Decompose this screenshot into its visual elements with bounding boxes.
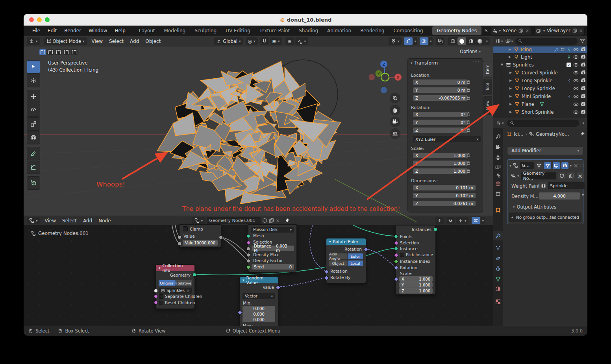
min-z-field[interactable]: 0.000 bbox=[243, 317, 275, 322]
socket-value-in[interactable] bbox=[178, 235, 181, 239]
object-button[interactable]: Object bbox=[329, 261, 347, 266]
dimensions-z-field[interactable]: Z0.0261 m bbox=[413, 201, 476, 206]
socket-instance-in[interactable] bbox=[394, 247, 398, 251]
expand-icon[interactable]: ▶ bbox=[509, 79, 513, 82]
rotation-mode-dropdown[interactable]: XYZ Euler▾ bbox=[413, 136, 481, 142]
expand-icon[interactable]: ▶ bbox=[509, 87, 513, 90]
hide-eye-icon[interactable] bbox=[573, 70, 579, 76]
viewport-options-dropdown[interactable]: Options▾ bbox=[460, 49, 481, 54]
rotation-y-field[interactable]: Y0° bbox=[413, 120, 468, 125]
collection-field[interactable]: Sprinkles× bbox=[159, 288, 192, 294]
render-visibility-icon[interactable] bbox=[581, 102, 586, 107]
distance-min-field[interactable]: Distance Mi0.003 m bbox=[252, 246, 294, 251]
outliner-row-icing[interactable]: ▶ Icing bbox=[493, 46, 587, 53]
scale-x-field[interactable]: X1.000 bbox=[413, 153, 468, 158]
node-rotate-euler[interactable]: ▾Rotate Euler Rotation Axis Angle Euler … bbox=[326, 238, 366, 283]
socket-geometry-out[interactable] bbox=[193, 273, 196, 277]
tool-select-box-button[interactable] bbox=[27, 60, 40, 74]
socket-distance-in[interactable] bbox=[246, 247, 250, 251]
expand-icon[interactable]: ▶ bbox=[509, 94, 513, 98]
instance-scale-y[interactable]: Y1.000 bbox=[399, 282, 433, 288]
lock-icon[interactable] bbox=[466, 87, 471, 92]
tool-move-button[interactable] bbox=[27, 90, 40, 103]
tool-measure-button[interactable] bbox=[27, 161, 40, 174]
socket-instances-out[interactable] bbox=[433, 227, 437, 231]
lock-icon[interactable] bbox=[466, 153, 471, 157]
render-visibility-icon[interactable] bbox=[581, 86, 586, 91]
render-visibility-icon[interactable] bbox=[581, 54, 586, 59]
tool-transform-button[interactable] bbox=[27, 131, 40, 144]
tool-cursor-button[interactable] bbox=[27, 74, 40, 87]
socket-seed-in[interactable] bbox=[246, 265, 250, 269]
lock-icon[interactable] bbox=[466, 79, 471, 84]
socket-reset-children-in[interactable] bbox=[154, 301, 158, 305]
min-x-field[interactable]: 0.000 bbox=[243, 306, 275, 311]
socket-density-factor-in[interactable] bbox=[246, 259, 250, 263]
hide-eye-icon[interactable] bbox=[573, 102, 579, 107]
filter-icon[interactable] bbox=[580, 39, 585, 44]
select-mode-invert[interactable] bbox=[63, 49, 70, 55]
expand-icon[interactable]: ▶ bbox=[509, 110, 513, 114]
viewport-camera-button[interactable] bbox=[390, 116, 400, 127]
socket-collection-in[interactable] bbox=[154, 289, 158, 293]
outliner-row-sprinkles[interactable]: ▼ Sprinkles ✓ bbox=[493, 61, 587, 68]
render-visibility-icon[interactable] bbox=[581, 94, 586, 99]
outliner-row-short-sprinkle[interactable]: ▶ Short Sprinkle bbox=[493, 108, 587, 116]
location-z-field[interactable]: Z-0.007965 m bbox=[413, 95, 468, 101]
value-field[interactable]: Valu10000.000 bbox=[183, 240, 218, 246]
sidebar-tab-item[interactable]: Item bbox=[483, 61, 492, 78]
expand-icon[interactable]: ▶ bbox=[508, 55, 512, 59]
expand-icon[interactable]: ▶ bbox=[509, 102, 513, 106]
instance-scale-z[interactable]: Z1.000 bbox=[399, 288, 433, 294]
collapse-icon[interactable]: ▼ bbox=[500, 63, 504, 67]
scale-z-field[interactable]: Z1.000 bbox=[413, 168, 468, 174]
socket-density-max-in[interactable] bbox=[246, 253, 250, 257]
hide-eye-icon[interactable] bbox=[573, 54, 579, 60]
outliner-search[interactable] bbox=[515, 38, 578, 45]
axis-angle-button[interactable]: Axis Angle bbox=[329, 253, 347, 259]
node-instance-on-points[interactable]: Instances Points Selection Instance Pick… bbox=[396, 225, 436, 295]
select-mode-new[interactable] bbox=[39, 49, 46, 55]
random-type-dropdown[interactable]: Vector▾ bbox=[243, 293, 275, 299]
tool-scale-button[interactable] bbox=[27, 117, 40, 131]
tool-annotate-button[interactable] bbox=[27, 147, 40, 160]
rotation-x-field[interactable]: X0° bbox=[413, 112, 468, 117]
select-mode-extend[interactable] bbox=[47, 49, 54, 55]
outliner-row-curved-sprinkle[interactable]: ▶ Curved Sprinkle bbox=[493, 69, 587, 76]
clamp-checkbox[interactable] bbox=[183, 226, 188, 231]
relative-button[interactable]: Relative bbox=[176, 280, 192, 286]
separate-children-checkbox[interactable] bbox=[159, 294, 163, 299]
render-visibility-icon[interactable] bbox=[581, 109, 586, 115]
render-visibility-icon[interactable] bbox=[581, 47, 586, 52]
outliner-row-plane[interactable]: ▶ Plane bbox=[493, 100, 587, 108]
hide-eye-icon[interactable] bbox=[573, 62, 579, 68]
collection-checkbox[interactable]: ✓ bbox=[567, 63, 571, 67]
socket-points-in[interactable] bbox=[394, 235, 398, 238]
original-button[interactable]: Original bbox=[159, 280, 176, 286]
expand-icon[interactable]: ▶ bbox=[508, 48, 512, 51]
render-visibility-icon[interactable] bbox=[581, 70, 586, 75]
lock-icon[interactable] bbox=[466, 161, 471, 165]
render-visibility-icon[interactable] bbox=[581, 78, 586, 83]
distribute-mode-dropdown[interactable]: Poisson Disk▾ bbox=[251, 227, 294, 233]
lock-icon[interactable] bbox=[466, 112, 471, 116]
render-visibility-icon[interactable] bbox=[581, 62, 586, 67]
location-y-field[interactable]: Y0 m bbox=[413, 87, 468, 93]
euler-button[interactable]: Euler bbox=[348, 253, 363, 259]
viewport-zoom-button[interactable] bbox=[390, 93, 400, 103]
lock-icon[interactable] bbox=[466, 168, 471, 173]
navigation-gizmo[interactable]: Y Z X bbox=[369, 60, 405, 96]
outliner-display-mode[interactable]: ▾ bbox=[505, 39, 513, 44]
outliner-type-button[interactable]: ▾ bbox=[495, 39, 503, 44]
node-random-value[interactable]: ▾Random Value Value Vector▾ Min: 0.000 0… bbox=[239, 277, 278, 327]
node-distribute-points[interactable]: Poisson Disk▾ Mesh Selection Distance Mi… bbox=[248, 224, 297, 272]
outliner-row-loopy-sprinkle[interactable]: ▶ Loopy Sprinkle bbox=[493, 85, 587, 92]
dimensions-y-field[interactable]: Y0.102 m bbox=[413, 193, 476, 198]
socket-mesh-in[interactable] bbox=[246, 234, 250, 238]
outliner-row-light[interactable]: ▶ Light bbox=[493, 53, 587, 61]
hide-eye-icon[interactable] bbox=[573, 94, 579, 99]
lock-icon[interactable] bbox=[466, 120, 471, 124]
select-mode-subtract[interactable] bbox=[55, 49, 62, 55]
seed-field[interactable]: Seed0 bbox=[252, 264, 294, 270]
panel-drag-dots[interactable]: :::: bbox=[473, 60, 480, 64]
